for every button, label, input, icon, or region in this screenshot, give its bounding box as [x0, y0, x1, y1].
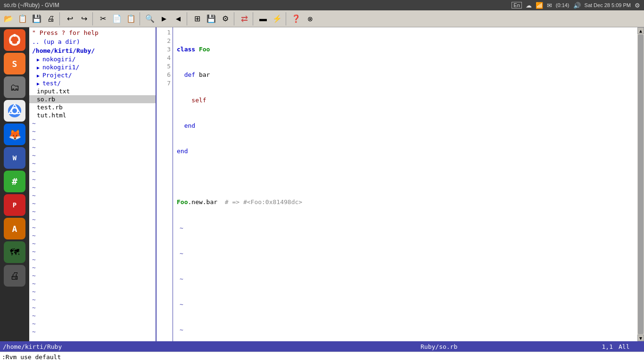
fb-tilde-0: ~	[29, 119, 156, 127]
scrollbar-down-arrow[interactable]: ▼	[637, 335, 644, 341]
main-area: S 🗂 🦊 W # P A 🗺 🖨 " Press ? for help .. …	[0, 27, 644, 341]
fb-item-Project-[interactable]: Project/	[29, 71, 156, 79]
line-num-t1	[158, 88, 171, 96]
line-num-3: 3	[158, 45, 171, 54]
keyword-self: self	[177, 97, 206, 104]
fb-item-test-rb[interactable]: test.rb	[29, 103, 156, 111]
ubuntu-icon[interactable]	[4, 29, 25, 51]
line-num-2: 2	[158, 37, 171, 45]
sublime-icon[interactable]: S	[4, 53, 25, 74]
calc-icon[interactable]: #	[4, 171, 25, 192]
fb-items: nokogiri/nokogiri1/Project/test/input.tx…	[29, 55, 156, 119]
fb-item-test-[interactable]: test/	[29, 79, 156, 87]
find-button[interactable]: 🔍	[143, 12, 157, 25]
mail-icon: ✉	[547, 2, 552, 9]
code-content[interactable]: class Foo def bar self end end Foo.new.b…	[173, 27, 637, 341]
statusbar-path: /home/kirti/Ruby	[0, 343, 418, 350]
chromium-icon[interactable]	[4, 100, 25, 122]
paste-button[interactable]: 📋	[124, 12, 138, 25]
line-num-t5	[158, 122, 171, 130]
line-num-t2	[158, 96, 171, 105]
undo-button[interactable]: ↩	[63, 12, 76, 25]
line-num-4: 4	[158, 54, 171, 62]
statusbar: /home/kirti/Ruby Ruby/so.rb 1,1 All	[0, 341, 644, 352]
fb-updir[interactable]: .. (up a dir)	[29, 37, 156, 46]
fb-tilde-8: ~	[29, 183, 156, 191]
code-line-2: def bar	[177, 71, 634, 79]
line-num-t21	[158, 257, 171, 266]
print-button[interactable]: 🖨	[44, 12, 58, 25]
fb-item-nokogiri1-[interactable]: nokogiri1/	[29, 63, 156, 71]
jump-forward-button[interactable]: ▶	[157, 12, 171, 25]
fb-tilde-6: ~	[29, 167, 156, 175]
open-button[interactable]: 📂	[2, 12, 15, 25]
fb-tilde-12: ~	[29, 215, 156, 223]
copy-button[interactable]: 📄	[110, 12, 124, 25]
cut-button[interactable]: ✂	[96, 12, 109, 25]
files-icon[interactable]: 🗂	[4, 76, 25, 98]
tilde-1: ~	[177, 223, 634, 232]
line-num-t9	[158, 156, 171, 164]
fb-tilde-19: ~	[29, 272, 156, 280]
line-num-t24	[158, 283, 171, 291]
svg-point-3	[17, 41, 20, 44]
writer-icon[interactable]: W	[4, 147, 25, 169]
line-num-t7	[158, 139, 171, 147]
keyword-def: def	[177, 71, 199, 78]
scrollbar-thumb[interactable]	[638, 34, 644, 334]
scrollbar-up-arrow[interactable]: ▲	[637, 27, 644, 34]
jump-back-button[interactable]: ◀	[172, 12, 185, 25]
titlebar-left: so.rb (~/Ruby) - GVIM	[4, 2, 59, 8]
toolbar-sep5	[234, 12, 236, 25]
fb-tilde-4: ~	[29, 151, 156, 159]
write-button[interactable]: 💾	[205, 12, 218, 25]
firefox-icon[interactable]: 🦊	[4, 123, 25, 145]
run-button[interactable]: ⚙	[219, 12, 232, 25]
close-plugin-button[interactable]: ⊗	[304, 12, 317, 25]
fb-tilde-24: ~	[29, 312, 156, 320]
line-num-t27	[158, 308, 171, 317]
comment-result: # => #<Foo:0x81498dc>	[225, 198, 302, 206]
terminal-button[interactable]: ▬	[256, 12, 270, 25]
tilde-3: ~	[177, 274, 634, 283]
wifi-icon: 📶	[536, 2, 543, 9]
shell-button[interactable]: ⚡	[271, 12, 284, 25]
font-icon[interactable]: A	[4, 218, 25, 239]
fb-tilde-7: ~	[29, 175, 156, 183]
line-num-t22	[158, 266, 171, 274]
line-num-t12	[158, 181, 171, 189]
help-button[interactable]: ❓	[289, 12, 303, 25]
code-line-1: class Foo	[177, 45, 634, 54]
gis-icon[interactable]: 🗺	[4, 241, 25, 263]
save-button[interactable]: 💾	[30, 12, 43, 25]
session-button[interactable]: 📋	[16, 12, 29, 25]
printer-icon[interactable]: 🖨	[4, 265, 25, 287]
new-tab-button[interactable]: ⊞	[190, 12, 204, 25]
fb-tilde-21: ~	[29, 288, 156, 296]
code-line-5: end	[177, 147, 634, 156]
line-num-t17	[158, 223, 171, 232]
line-num-t26	[158, 300, 171, 308]
impress-icon[interactable]: P	[4, 194, 25, 216]
fb-tilde-23: ~	[29, 304, 156, 312]
left-dock: S 🗂 🦊 W # P A 🗺 🖨	[0, 27, 29, 341]
line-num-t20	[158, 249, 171, 257]
line-num-t3	[158, 105, 171, 113]
fb-tilde-5: ~	[29, 159, 156, 167]
svg-point-7	[12, 108, 17, 113]
fb-item-nokogiri-[interactable]: nokogiri/	[29, 55, 156, 63]
redo-button[interactable]: ↪	[77, 12, 91, 25]
fb-curdir[interactable]: /home/kirti/Ruby/	[29, 46, 156, 55]
toolbar-sep4	[187, 12, 189, 25]
fb-tilde-10: ~	[29, 199, 156, 207]
fb-item-so-rb[interactable]: so.rb	[29, 95, 156, 103]
editor-scrollbar[interactable]: ▲ ▼	[637, 27, 644, 341]
line-num-t29	[158, 325, 171, 334]
diff-button[interactable]: ⇄	[238, 12, 251, 25]
line-num-t6	[158, 130, 171, 139]
fb-item-tut-html[interactable]: tut.html	[29, 111, 156, 119]
editor[interactable]: 1 2 3 4 5 6 7	[157, 27, 644, 341]
fb-tilde-3: ~	[29, 143, 156, 151]
cmdline[interactable]: :Rvm use default	[0, 352, 644, 362]
fb-item-input-txt[interactable]: input.txt	[29, 87, 156, 95]
